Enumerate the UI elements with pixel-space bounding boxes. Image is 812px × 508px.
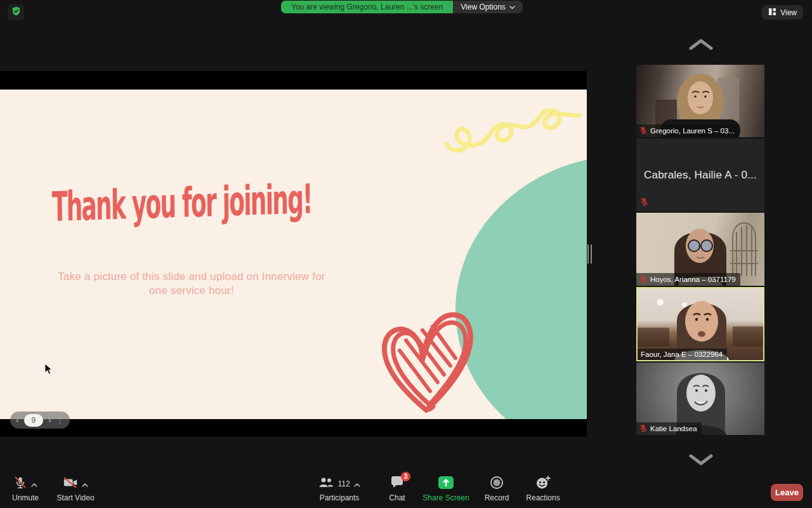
slide-prev-icon: ‹: [16, 416, 18, 424]
slide-menu-icon: ⋮: [56, 416, 64, 425]
presentation-slide: Thank you for joining! Take a picture of…: [0, 90, 587, 419]
unmute-button[interactable]: Unmute: [3, 476, 48, 502]
participants-count: 112: [337, 479, 350, 488]
chat-button[interactable]: 3 Chat: [378, 476, 416, 502]
shield-check-icon: [11, 6, 22, 19]
scribble-heart-decoration: [376, 301, 481, 419]
record-button[interactable]: Record: [475, 476, 519, 502]
slide-page-number: 9: [24, 414, 43, 427]
slide-title: Thank you for joining!: [52, 175, 313, 231]
mic-off-icon: [639, 126, 647, 135]
participant-name: Cabrales, Hailie A - 0...: [644, 169, 757, 182]
view-options-button[interactable]: View Options: [453, 1, 522, 13]
chat-label: Chat: [389, 493, 405, 502]
teal-blob-decoration: [0, 90, 587, 419]
slide-subtitle-line1: Take a picture of this slide and upload …: [51, 270, 332, 284]
participant-name-bar: Katie Landsea: [636, 422, 702, 435]
mic-off-icon: [639, 424, 647, 433]
view-layout-button[interactable]: View: [762, 5, 803, 20]
mic-off-icon: [639, 275, 647, 284]
participant-name: Hoyos, Arianna – 0371179: [650, 276, 736, 283]
reactions-label: Reactions: [526, 493, 560, 502]
share-screen-icon: [438, 476, 454, 492]
share-screen-label: Share Screen: [422, 493, 469, 502]
people-icon: [318, 477, 334, 491]
record-label: Record: [485, 493, 509, 502]
participant-name-bar: Faour, Jana E – 0322964: [638, 349, 727, 360]
participant-name: Gregorio, Lauren S – 03...: [650, 127, 735, 135]
slides-nav-pill: ‹ 9 › ⋮: [10, 411, 70, 429]
chat-unread-badge: 3: [401, 472, 410, 481]
slide-subtitle: Take a picture of this slide and upload …: [51, 270, 332, 298]
mic-off-icon: [640, 197, 648, 208]
participant-tile-cabrales[interactable]: Cabrales, Hailie A - 0...: [636, 138, 764, 211]
mouse-cursor: [44, 363, 52, 377]
start-video-button[interactable]: Start Video: [51, 476, 100, 502]
speech-bubble-icon: 3: [390, 476, 404, 491]
security-shield-button[interactable]: [8, 4, 24, 20]
participant-name-bar: Gregorio, Lauren S – 03...: [636, 124, 739, 137]
participant-name-bar: Hoyos, Arianna – 0371179: [636, 273, 740, 286]
slide-next-icon: ›: [48, 416, 51, 424]
share-screen-button[interactable]: Share Screen: [417, 476, 475, 502]
participants-label: Participants: [320, 493, 360, 502]
participant-name: Katie Landsea: [650, 425, 697, 432]
start-video-label: Start Video: [56, 493, 94, 502]
participant-tile-faour-active-speaker[interactable]: Faour, Jana E – 0322964: [636, 287, 764, 361]
participants-scroll-down[interactable]: [687, 452, 715, 467]
participants-button[interactable]: 112 Participants: [308, 476, 371, 502]
mic-off-icon: [13, 476, 27, 492]
leave-button[interactable]: Leave: [771, 484, 803, 501]
participant-tile-gregorio[interactable]: Gregorio, Lauren S – 03...: [636, 65, 764, 137]
view-options-label: View Options: [461, 3, 505, 11]
unmute-label: Unmute: [12, 493, 39, 502]
unmute-menu-caret[interactable]: [31, 478, 37, 490]
chevron-down-icon: [509, 3, 515, 11]
participants-menu-caret[interactable]: [354, 478, 360, 490]
participant-tile-katie[interactable]: Katie Landsea: [636, 363, 764, 435]
slide-subtitle-line2: one service hour!: [51, 284, 332, 298]
screen-viewing-banner: You are viewing Gregorio, Lauren ...'s s…: [281, 1, 523, 13]
start-video-menu-caret[interactable]: [82, 478, 88, 490]
layout-view-icon: [768, 8, 776, 18]
participants-scroll-up[interactable]: [687, 37, 715, 52]
panel-resize-handle[interactable]: [587, 244, 592, 264]
viewing-status-text: You are viewing Gregorio, Lauren ...'s s…: [281, 1, 453, 13]
participant-name: Faour, Jana E – 0322964: [641, 351, 723, 358]
smiley-plus-icon: [535, 476, 551, 492]
shared-screen-area: Thank you for joining! Take a picture of…: [0, 71, 587, 437]
record-circle-icon: [490, 476, 504, 492]
participant-tile-hoyos[interactable]: Hoyos, Arianna – 0371179: [636, 213, 764, 286]
view-button-label: View: [780, 8, 797, 17]
video-off-icon: [63, 476, 78, 492]
reactions-button[interactable]: Reactions: [518, 476, 568, 502]
meeting-toolbar: Unmute Start Video 112 Participants: [0, 472, 812, 508]
